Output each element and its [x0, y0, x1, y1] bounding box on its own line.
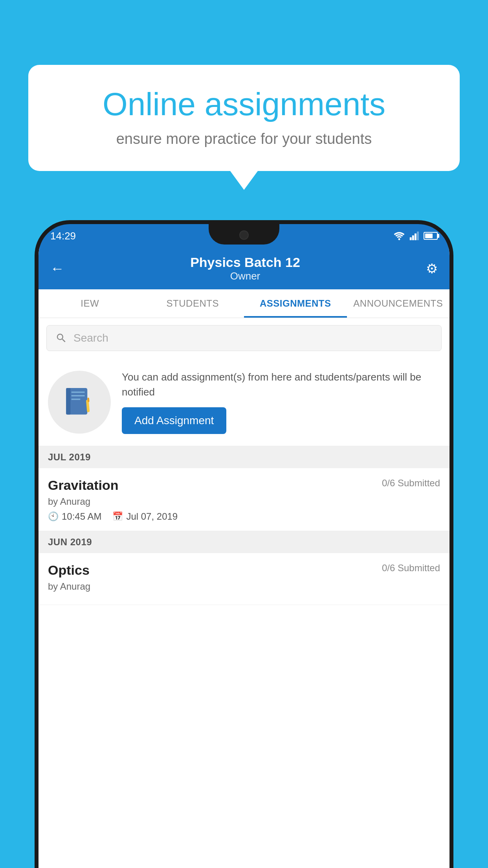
assignment-row-top-optics: Optics 0/6 Submitted	[48, 563, 440, 578]
search-placeholder: Search	[73, 332, 108, 344]
svg-rect-7	[72, 392, 85, 393]
section-header-jun: JUN 2019	[39, 531, 449, 553]
svg-point-0	[398, 238, 400, 240]
svg-rect-6	[66, 388, 70, 415]
status-icons	[393, 232, 438, 240]
speech-bubble-card: Online assignments ensure more practice …	[28, 65, 460, 171]
promo-section: You can add assignment(s) from here and …	[39, 358, 449, 446]
tab-announcements[interactable]: ANNOUNCEMENTS	[347, 289, 450, 318]
assignment-row-top: Gravitation 0/6 Submitted	[48, 478, 440, 493]
signal-icon	[409, 232, 420, 240]
front-camera	[239, 230, 249, 240]
batch-title: Physics Batch 12	[190, 255, 300, 270]
assignment-name-optics: Optics	[48, 563, 90, 578]
clock-icon: 🕙	[48, 511, 59, 522]
promo-icon-wrapper	[48, 371, 111, 434]
calendar-icon: 📅	[112, 511, 123, 522]
notebook-icon	[62, 384, 97, 420]
assignment-date: 📅 Jul 07, 2019	[112, 511, 178, 522]
bubble-title: Online assignments	[52, 86, 436, 122]
status-time: 14:29	[50, 230, 76, 242]
settings-icon[interactable]: ⚙	[426, 261, 438, 276]
search-container: Search	[39, 318, 449, 358]
search-bar[interactable]: Search	[46, 325, 442, 351]
assignment-item-gravitation[interactable]: Gravitation 0/6 Submitted by Anurag 🕙 10…	[39, 468, 449, 531]
battery-icon	[424, 232, 438, 240]
phone-notch	[209, 224, 279, 245]
svg-rect-2	[412, 235, 414, 240]
promo-text-area: You can add assignment(s) from here and …	[122, 370, 440, 434]
bubble-subtitle: ensure more practice for your students	[52, 131, 436, 147]
section-header-jul: JUL 2019	[39, 446, 449, 468]
svg-rect-9	[72, 399, 81, 400]
svg-rect-1	[410, 237, 412, 240]
assignment-author: by Anurag	[48, 496, 440, 507]
app-header: ← Physics Batch 12 Owner ⚙	[39, 248, 449, 289]
add-assignment-button[interactable]: Add Assignment	[122, 407, 226, 434]
search-icon	[55, 332, 67, 344]
assignment-meta: 🕙 10:45 AM 📅 Jul 07, 2019	[48, 511, 440, 522]
batch-subtitle: Owner	[190, 270, 300, 282]
assignment-author-optics: by Anurag	[48, 581, 440, 592]
assignment-date-value: Jul 07, 2019	[126, 511, 178, 522]
svg-rect-8	[72, 395, 85, 396]
assignment-time: 🕙 10:45 AM	[48, 511, 101, 522]
tab-iew[interactable]: IEW	[39, 289, 141, 318]
svg-rect-3	[415, 234, 416, 240]
assignment-item-optics[interactable]: Optics 0/6 Submitted by Anurag	[39, 553, 449, 605]
svg-rect-4	[417, 232, 419, 240]
wifi-icon	[393, 232, 405, 240]
assignment-time-value: 10:45 AM	[62, 511, 101, 522]
header-title-group: Physics Batch 12 Owner	[190, 255, 300, 282]
assignment-submitted-optics: 0/6 Submitted	[382, 563, 440, 574]
back-button[interactable]: ←	[50, 260, 64, 277]
assignment-name: Gravitation	[48, 478, 118, 493]
phone-frame: 14:29	[35, 220, 453, 868]
tabs-bar: IEW STUDENTS ASSIGNMENTS ANNOUNCEMENTS	[39, 289, 449, 318]
tab-students[interactable]: STUDENTS	[141, 289, 244, 318]
tab-assignments[interactable]: ASSIGNMENTS	[244, 289, 347, 318]
assignment-submitted: 0/6 Submitted	[382, 478, 440, 489]
phone-inner: 14:29	[39, 224, 449, 868]
promo-description: You can add assignment(s) from here and …	[122, 370, 440, 399]
app-content: ← Physics Batch 12 Owner ⚙ IEW STUDENTS …	[39, 248, 449, 868]
